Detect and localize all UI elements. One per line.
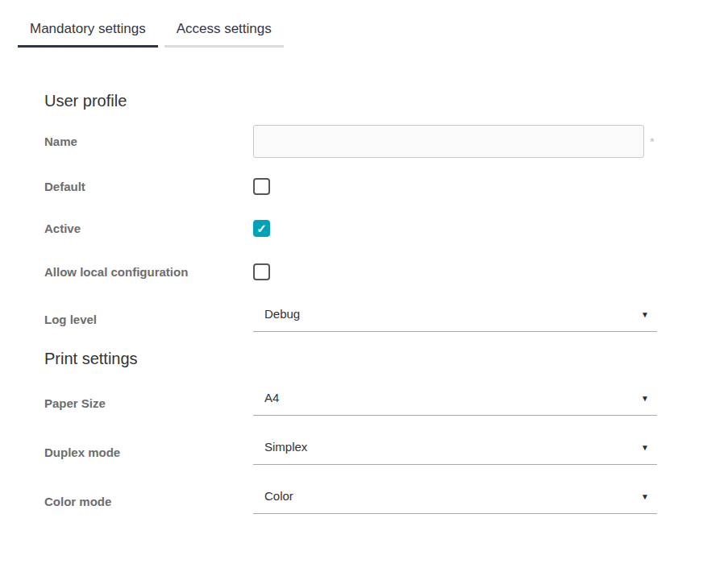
section-heading-print-settings: Print settings [44,350,728,368]
duplex-mode-value: Simplex [264,440,307,454]
chevron-down-icon: ▼ [641,394,649,403]
log-level-row: Log level Debug ▼ [44,307,728,332]
name-input[interactable] [253,125,644,158]
active-label: Active [44,222,253,235]
duplex-mode-row: Duplex mode Simplex ▼ [44,440,728,465]
color-mode-label: Color mode [44,495,253,508]
paper-size-label: Paper Size [44,396,253,410]
duplex-mode-select[interactable]: Simplex ▼ [253,440,657,465]
log-level-select[interactable]: Debug ▼ [253,307,657,332]
allow-local-configuration-row: Allow local configuration ✓ [44,263,728,280]
settings-tabs: Mandatory settings Access settings [18,18,728,48]
allow-local-configuration-label: Allow local configuration [44,265,253,279]
name-row: Name * [44,125,728,158]
tab-mandatory-settings[interactable]: Mandatory settings [18,18,158,48]
default-checkbox[interactable]: ✓ [253,178,270,195]
name-label: Name [44,135,253,148]
paper-size-row: Paper Size A4 ▼ [44,391,728,416]
chevron-down-icon: ▼ [641,492,649,501]
paper-size-select[interactable]: A4 ▼ [253,391,657,416]
required-asterisk: * [650,135,655,148]
section-heading-user-profile: User profile [44,92,728,110]
active-row: Active ✓ [44,220,728,237]
default-row: Default ✓ [44,178,728,195]
log-level-label: Log level [44,313,253,326]
color-mode-row: Color mode Color ▼ [44,489,728,514]
active-checkbox[interactable]: ✓ [253,220,270,237]
checkmark-icon: ✓ [256,222,267,234]
chevron-down-icon: ▼ [641,310,649,319]
paper-size-value: A4 [264,391,279,405]
color-mode-value: Color [264,489,293,504]
color-mode-select[interactable]: Color ▼ [253,489,657,514]
duplex-mode-label: Duplex mode [44,446,253,459]
log-level-value: Debug [264,307,300,321]
tab-access-settings[interactable]: Access settings [164,18,284,48]
allow-local-configuration-checkbox[interactable]: ✓ [253,263,270,280]
default-label: Default [44,180,253,193]
chevron-down-icon: ▼ [641,443,649,452]
